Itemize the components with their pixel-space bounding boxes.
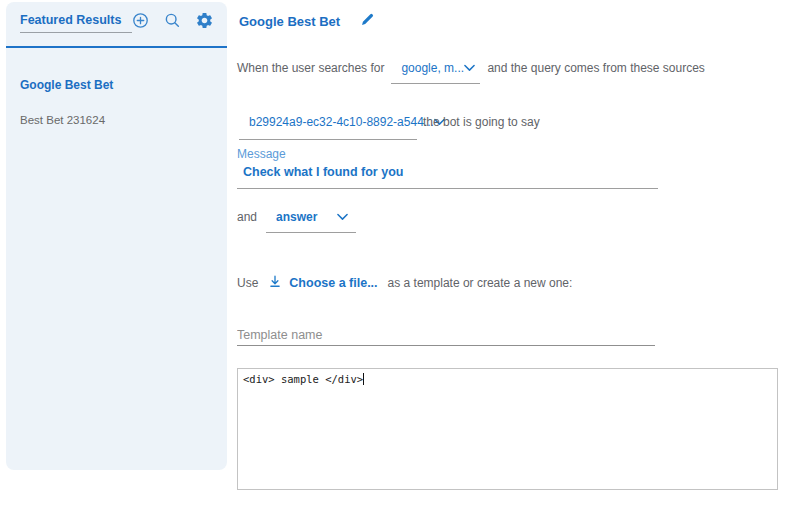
answer-type-row: and answer	[237, 210, 356, 233]
sidebar-item-google-best-bet[interactable]: Google Best Bet	[20, 78, 113, 92]
search-terms-value: google, m...	[401, 61, 464, 75]
answer-row-prefix: and	[237, 210, 257, 224]
choose-file-link[interactable]: Choose a file...	[268, 274, 377, 292]
sidebar-item-best-bet-231624[interactable]: Best Bet 231624	[20, 114, 105, 126]
search-row-suffix: and the query comes from these sources	[487, 61, 704, 75]
download-icon	[268, 274, 282, 292]
answer-type-value: answer	[276, 210, 317, 224]
search-button[interactable]	[163, 13, 182, 32]
message-field: Message Check what I found for you	[237, 147, 658, 189]
source-value: b29924a9-ec32-4c10-8892-a544...	[249, 115, 434, 129]
pencil-icon	[360, 12, 375, 31]
panel-title-input[interactable]: Featured Results	[20, 13, 132, 33]
best-bet-editor: Google Best Bet When the user searches f…	[237, 0, 790, 506]
source-row-suffix: the bot is going to say	[423, 115, 540, 129]
search-icon	[164, 12, 181, 33]
message-label: Message	[237, 147, 658, 161]
page-title: Google Best Bet	[239, 14, 340, 29]
settings-button[interactable]	[195, 13, 214, 32]
message-input[interactable]: Check what I found for you	[243, 165, 658, 179]
edit-title-button[interactable]	[358, 12, 377, 31]
template-editor[interactable]: <div> sample </div>	[237, 368, 778, 490]
template-name-input[interactable]	[237, 324, 655, 346]
featured-results-page: Featured Results Google Best Bet Best Be…	[0, 0, 790, 506]
add-button[interactable]	[131, 13, 150, 32]
file-row-prefix: Use	[237, 276, 258, 290]
title-row: Google Best Bet	[239, 12, 377, 31]
source-dropdown[interactable]: b29924a9-ec32-4c10-8892-a544...	[239, 115, 417, 140]
gear-icon	[195, 11, 214, 34]
choose-file-label: Choose a file...	[289, 276, 377, 290]
plus-circle-icon	[132, 12, 149, 33]
answer-type-dropdown[interactable]: answer	[266, 210, 356, 233]
sidebar-featured-results: Featured Results Google Best Bet Best Be…	[6, 2, 227, 470]
search-row-prefix: When the user searches for	[237, 61, 384, 75]
sidebar-divider	[6, 46, 227, 48]
search-terms-dropdown[interactable]: google, m...	[391, 61, 480, 84]
sidebar-toolbar	[131, 13, 214, 32]
text-caret	[363, 373, 364, 385]
chevron-down-icon	[337, 210, 348, 224]
source-row: b29924a9-ec32-4c10-8892-a544... the bot …	[239, 115, 540, 140]
template-file-row: Use Choose a file... as a template or cr…	[237, 274, 572, 292]
template-editor-text: <div> sample </div>	[243, 373, 363, 385]
file-row-suffix: as a template or create a new one:	[388, 276, 573, 290]
chevron-down-icon	[464, 61, 475, 75]
search-terms-row: When the user searches for google, m... …	[237, 61, 705, 84]
